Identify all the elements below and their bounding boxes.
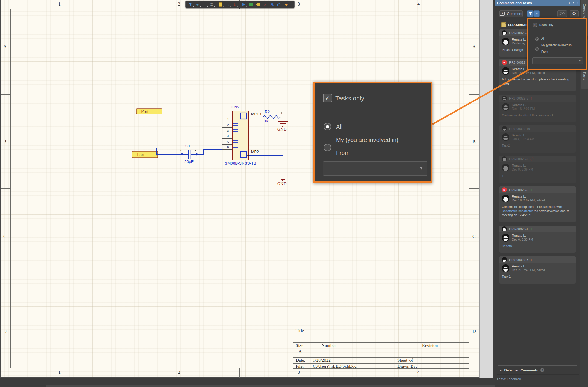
- comment-card[interactable]: PRJ-00029-2Renata L.Dec 8, 3:39 PM1: [499, 156, 576, 183]
- power-port-tool-button[interactable]: ⤓: [231, 1, 238, 8]
- connector-part-name[interactable]: SM06B-SRSS-TB: [225, 161, 256, 166]
- radio-from-label[interactable]: From: [336, 150, 350, 156]
- no-erc-tool-button[interactable]: ⊘: [261, 1, 269, 8]
- wire-tool-button[interactable]: ≈: [224, 1, 231, 8]
- user-avatar: [502, 234, 509, 242]
- help-icon[interactable]: ?: [540, 368, 544, 372]
- task-id[interactable]: PRJ-00029-2: [509, 157, 528, 161]
- port-label[interactable]: Port: [137, 152, 144, 157]
- comment-card[interactable]: PRJ-00029-5↑Renata L.Dec 16, 2:07 PMConf…: [499, 95, 576, 122]
- comment-text-part: Add value on this resistor - please chec…: [502, 77, 569, 85]
- radio-from-label[interactable]: From: [541, 50, 548, 53]
- expand-arrow-icon[interactable]: ▸: [500, 369, 502, 372]
- port-label[interactable]: Port: [141, 109, 149, 114]
- parameter-tool-button[interactable]: ◆: [283, 1, 290, 8]
- comment-timestamp: Dec 16, 2:07 PM: [512, 107, 535, 110]
- radio-my[interactable]: [324, 144, 331, 151]
- from-user-dropdown[interactable]: ▾: [532, 57, 583, 64]
- arc-tool-button[interactable]: [276, 1, 283, 8]
- gnd-symbol[interactable]: [278, 118, 288, 126]
- port-symbol[interactable]: [132, 151, 158, 158]
- gnd-label[interactable]: GND: [277, 127, 287, 132]
- place-part-tool-button[interactable]: +: [194, 1, 201, 8]
- card-header[interactable]: PRJ-00029-8↑: [499, 256, 576, 263]
- comment-card[interactable]: PRJ-00029-10↑Renata L.Jan 4, 10:54 AMTas…: [499, 125, 576, 153]
- gnd-label[interactable]: GND: [277, 182, 287, 186]
- card-header[interactable]: PRJ-00029-5↑: [499, 95, 576, 102]
- settings-button[interactable]: ⚙: [570, 10, 579, 17]
- resistor-designator[interactable]: R2: [265, 110, 270, 114]
- radio-all-label[interactable]: All: [541, 37, 544, 40]
- panel-pin-icon[interactable]: ⊼: [572, 1, 574, 4]
- connector-pin-number: 3: [227, 129, 229, 132]
- connector-designator[interactable]: CN?: [231, 105, 239, 109]
- gnd-symbol[interactable]: [278, 172, 288, 181]
- capacitor-value[interactable]: 20pF: [184, 159, 194, 164]
- panel-menu-icon[interactable]: ▾: [569, 1, 570, 4]
- filter-button[interactable]: [527, 10, 534, 17]
- card-header[interactable]: PRJ-00029-2: [499, 156, 576, 162]
- sheet-symbol-tool-button[interactable]: [247, 1, 254, 8]
- comment-bubble-icon: +: [500, 12, 505, 16]
- tag-icon: [256, 3, 260, 6]
- mp2-label[interactable]: MP2: [251, 150, 259, 154]
- comment-card[interactable]: RPRJ-00029-6↓Renata L.Dec 16, 2:09 PM, e…: [499, 186, 576, 222]
- capacitor-designator[interactable]: C1: [185, 144, 190, 148]
- user-avatar: [502, 133, 509, 141]
- comment-card[interactable]: PRJ-00029-1↓Renata L.Dec 6, 5:33 PMRenat…: [499, 226, 576, 253]
- mp1-label[interactable]: MP1: [251, 112, 259, 116]
- comment-author: Renata L.: [512, 133, 534, 137]
- card-header[interactable]: PRJ-00029-10↑: [499, 125, 576, 132]
- resistor-symbol[interactable]: [259, 115, 280, 119]
- selection-tool-button[interactable]: [201, 1, 208, 8]
- radio-my-label[interactable]: My (you are involved in): [541, 44, 572, 47]
- harness-tool-button[interactable]: [254, 1, 261, 8]
- from-user-dropdown[interactable]: ▾: [323, 161, 427, 176]
- radio-my-label[interactable]: My (you are involved in): [336, 137, 398, 143]
- wire-icon: ≈: [226, 3, 229, 6]
- user-mention-link[interactable]: Renata L.: [502, 244, 515, 248]
- radio-my[interactable]: [535, 47, 539, 51]
- user-avatar: [502, 226, 507, 231]
- tasks-only-checkbox[interactable]: ✓: [323, 94, 332, 102]
- task-id[interactable]: PRJ-00029-: [509, 31, 527, 35]
- tasks-only-checkbox[interactable]: ✓: [533, 23, 537, 27]
- radio-all-label[interactable]: All: [336, 123, 342, 130]
- comment-text-part: Task2: [502, 144, 510, 147]
- filter-dropdown-button[interactable]: ▾: [534, 10, 540, 17]
- task-id[interactable]: PRJ-00029-: [509, 61, 527, 64]
- task-id[interactable]: PRJ-00029-1: [509, 227, 528, 231]
- radio-all[interactable]: [535, 37, 539, 41]
- vertical-scrollbar[interactable]: [479, 0, 493, 378]
- tasks-only-label: Tasks only: [539, 23, 553, 27]
- leave-feedback-link[interactable]: Leave Feedback: [497, 377, 521, 381]
- align-tool-button[interactable]: ≣: [208, 1, 215, 8]
- comment-card[interactable]: PRJ-00029-8↑Renata L.Dec 21, 2:43 PM, ed…: [499, 256, 576, 284]
- add-comment-button[interactable]: + Comment: [499, 10, 523, 17]
- task-id[interactable]: PRJ-00029-8: [509, 258, 528, 262]
- task-id[interactable]: PRJ-00029-10: [509, 127, 530, 130]
- active-bar-toolbar: + ≣ ≈ ⤓ ⊩ ⊘ A ◆: [185, 1, 295, 8]
- user-mention-link[interactable]: Renataster Renataster: [502, 209, 533, 213]
- user-avatar: [502, 67, 509, 75]
- port-symbol[interactable]: [136, 109, 162, 114]
- comment-timestamp: Dec 16, 2:06 PM, edited: [512, 71, 545, 75]
- text-string-tool-button[interactable]: A: [269, 1, 276, 8]
- wire[interactable]: [162, 114, 222, 122]
- task-id[interactable]: PRJ-00029-5: [509, 97, 528, 100]
- task-id[interactable]: PRJ-00029-6: [509, 188, 528, 192]
- hide-comments-button[interactable]: [557, 10, 567, 17]
- radio-all[interactable]: [324, 123, 331, 130]
- card-header[interactable]: PRJ-00029-1↓: [499, 226, 576, 232]
- detached-comments-section[interactable]: ▸ Detached Comments ?: [497, 365, 578, 372]
- filter-tool-button[interactable]: [187, 1, 194, 8]
- net-label-tool-button[interactable]: ⊩: [240, 1, 247, 8]
- capacitor-pin-number: 1: [180, 148, 182, 151]
- popup-divider: [528, 32, 586, 32]
- panel-close-icon[interactable]: ×: [577, 1, 578, 4]
- card-header[interactable]: RPRJ-00029-6↓: [499, 186, 576, 193]
- schematic-sheet[interactable]: 1 2 3 4 1 2 3 4 A B C D A B C D Title Si…: [0, 0, 479, 378]
- component-tool-button[interactable]: [217, 1, 224, 8]
- resistor-value[interactable]: 1k: [264, 119, 268, 123]
- document-row[interactable]: LED.SchDoc: [501, 22, 528, 27]
